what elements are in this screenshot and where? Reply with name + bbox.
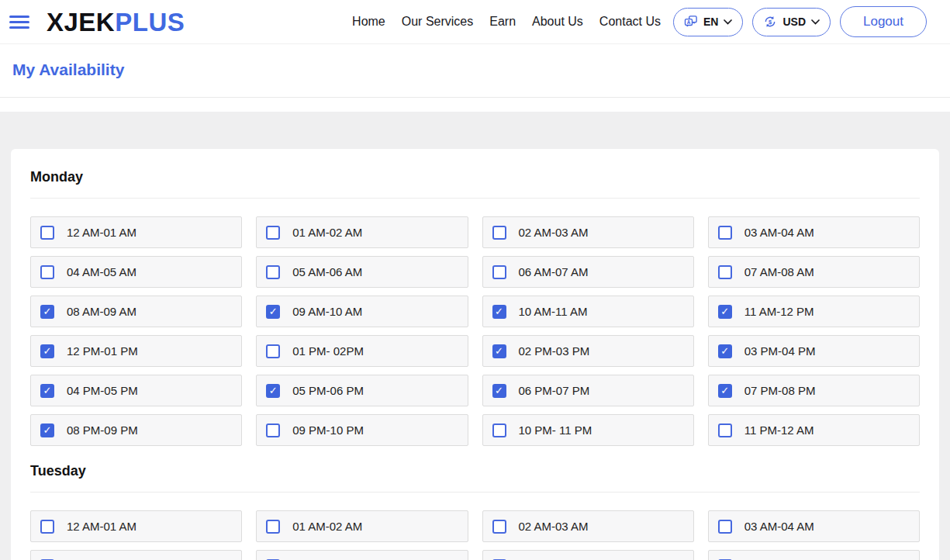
slot-checkbox[interactable]: ✓ <box>266 344 280 358</box>
slot-label: 03 AM-04 AM <box>744 520 814 533</box>
slot-checkbox-checked[interactable]: ✓ <box>40 423 54 437</box>
slot-label: 10 AM-11 AM <box>519 305 588 318</box>
hamburger-menu-icon[interactable] <box>9 16 29 29</box>
slot-checkbox-checked[interactable]: ✓ <box>266 305 280 319</box>
slot-checkbox[interactable]: ✓ <box>718 520 732 534</box>
time-slot[interactable]: ✓11 PM-12 AM <box>708 414 920 446</box>
nav-link-home[interactable]: Home <box>352 15 385 29</box>
slot-checkbox[interactable]: ✓ <box>266 423 280 437</box>
slot-checkbox-checked[interactable]: ✓ <box>40 305 54 319</box>
time-slot[interactable]: ✓08 AM-09 AM <box>30 296 242 327</box>
slot-label: 03 PM-04 PM <box>744 344 816 358</box>
time-slot[interactable]: ✓10 AM-11 AM <box>482 296 694 327</box>
slot-label: 10 PM- 11 PM <box>519 423 592 437</box>
time-slot[interactable]: ✓02 AM-03 AM <box>482 216 694 248</box>
time-slot[interactable]: ✓08 PM-09 PM <box>30 414 242 446</box>
slot-checkbox-checked[interactable]: ✓ <box>492 384 506 398</box>
slot-checkbox[interactable]: ✓ <box>492 520 506 534</box>
availability-card: Monday✓12 AM-01 AM✓01 AM-02 AM✓02 AM-03 … <box>11 149 939 560</box>
slot-checkbox[interactable]: ✓ <box>266 265 280 279</box>
logo-text-accent: PLUS <box>115 8 185 36</box>
time-slot[interactable]: ✓02 AM-03 AM <box>482 510 694 542</box>
slot-checkbox-checked[interactable]: ✓ <box>718 384 732 398</box>
time-slot[interactable]: ✓03 AM-04 AM <box>708 216 920 248</box>
time-slot[interactable]: ✓12 PM-01 PM <box>30 335 242 367</box>
slot-checkbox-checked[interactable]: ✓ <box>492 344 506 358</box>
time-slot[interactable]: ✓06 AM-07 AM <box>482 256 694 288</box>
time-slot[interactable]: ✓01 PM- 02PM <box>256 335 468 367</box>
currency-exchange-icon: $ <box>763 15 777 29</box>
logo-text-primary: XJEK <box>47 8 115 36</box>
time-slot[interactable]: ✓04 AM-05 AM <box>30 256 242 288</box>
slot-label: 12 AM-01 AM <box>67 520 136 533</box>
logo[interactable]: XJEKPLUS <box>47 9 185 35</box>
slot-checkbox[interactable]: ✓ <box>266 520 280 534</box>
slot-checkbox[interactable]: ✓ <box>718 265 732 279</box>
slot-label: 05 AM-06 AM <box>292 265 362 278</box>
page-title: My Availability <box>0 44 950 97</box>
slot-label: 07 AM-08 AM <box>744 265 814 278</box>
nav-link-our-services[interactable]: Our Services <box>402 15 473 29</box>
logout-button[interactable]: Logout <box>840 6 927 37</box>
svg-text:A: A <box>687 19 691 25</box>
slot-checkbox[interactable]: ✓ <box>492 265 506 279</box>
time-slot[interactable]: ✓05 AM-06 AM <box>256 550 468 560</box>
slot-label: 01 AM-02 AM <box>292 226 362 239</box>
svg-text:$: $ <box>769 19 772 26</box>
slot-label: 01 AM-02 AM <box>292 520 362 533</box>
currency-selector[interactable]: $ USD <box>752 8 831 36</box>
slot-label: 11 PM-12 AM <box>744 423 814 437</box>
slot-label: 08 PM-09 PM <box>67 423 138 437</box>
time-slot[interactable]: ✓07 AM-08 AM <box>708 256 920 288</box>
time-slot[interactable]: ✓06 AM-07 AM <box>482 550 694 560</box>
time-slot[interactable]: ✓04 PM-05 PM <box>30 375 242 406</box>
chevron-down-icon <box>724 19 732 25</box>
slot-label: 03 AM-04 AM <box>744 226 814 239</box>
slot-label: 09 PM-10 PM <box>292 423 364 437</box>
time-slot[interactable]: ✓07 PM-08 PM <box>708 375 920 406</box>
slot-checkbox-checked[interactable]: ✓ <box>266 384 280 398</box>
slot-checkbox-checked[interactable]: ✓ <box>718 305 732 319</box>
time-slot[interactable]: ✓02 PM-03 PM <box>482 335 694 367</box>
language-selector[interactable]: A EN <box>673 8 743 36</box>
slot-grid: ✓12 AM-01 AM✓01 AM-02 AM✓02 AM-03 AM✓03 … <box>30 216 920 446</box>
slot-checkbox[interactable]: ✓ <box>718 226 732 240</box>
translate-icon: A <box>684 15 698 29</box>
time-slot[interactable]: ✓12 AM-01 AM <box>30 216 242 248</box>
nav-link-about-us[interactable]: About Us <box>532 15 583 29</box>
time-slot[interactable]: ✓09 AM-10 AM <box>256 296 468 327</box>
slot-checkbox-checked[interactable]: ✓ <box>492 305 506 319</box>
time-slot[interactable]: ✓07 AM-08 AM <box>708 550 920 560</box>
slot-checkbox[interactable]: ✓ <box>40 265 54 279</box>
slot-label: 06 AM-07 AM <box>519 265 589 278</box>
slot-checkbox[interactable]: ✓ <box>40 520 54 534</box>
time-slot[interactable]: ✓12 AM-01 AM <box>30 510 242 542</box>
slot-checkbox[interactable]: ✓ <box>266 226 280 240</box>
nav-link-contact-us[interactable]: Contact Us <box>599 15 661 29</box>
time-slot[interactable]: ✓09 PM-10 PM <box>256 414 468 446</box>
slot-label: 05 PM-06 PM <box>292 384 364 397</box>
chevron-down-icon <box>811 19 820 25</box>
day-section-monday: Monday✓12 AM-01 AM✓01 AM-02 AM✓02 AM-03 … <box>30 169 920 446</box>
time-slot[interactable]: ✓10 PM- 11 PM <box>482 414 694 446</box>
slot-checkbox[interactable]: ✓ <box>40 226 54 240</box>
nav-link-earn[interactable]: Earn <box>489 15 516 29</box>
slot-label: 08 AM-09 AM <box>67 305 136 318</box>
time-slot[interactable]: ✓03 PM-04 PM <box>708 335 920 367</box>
slot-checkbox-checked[interactable]: ✓ <box>40 344 54 358</box>
time-slot[interactable]: ✓06 PM-07 PM <box>482 375 694 406</box>
slot-checkbox[interactable]: ✓ <box>492 423 506 437</box>
page: { "header": { "logo": { "primary": "XJEK… <box>0 0 950 560</box>
time-slot[interactable]: ✓01 AM-02 AM <box>256 216 468 248</box>
time-slot[interactable]: ✓05 PM-06 PM <box>256 375 468 406</box>
slot-checkbox-checked[interactable]: ✓ <box>718 344 732 358</box>
time-slot[interactable]: ✓04 AM-05 AM <box>30 550 242 560</box>
slot-checkbox[interactable]: ✓ <box>718 423 732 437</box>
time-slot[interactable]: ✓11 AM-12 PM <box>708 296 920 327</box>
time-slot[interactable]: ✓03 AM-04 AM <box>708 510 920 542</box>
slot-checkbox[interactable]: ✓ <box>492 226 506 240</box>
slot-checkbox-checked[interactable]: ✓ <box>40 384 54 398</box>
time-slot[interactable]: ✓05 AM-06 AM <box>256 256 468 288</box>
time-slot[interactable]: ✓01 AM-02 AM <box>256 510 468 542</box>
slot-label: 02 PM-03 PM <box>519 344 590 358</box>
